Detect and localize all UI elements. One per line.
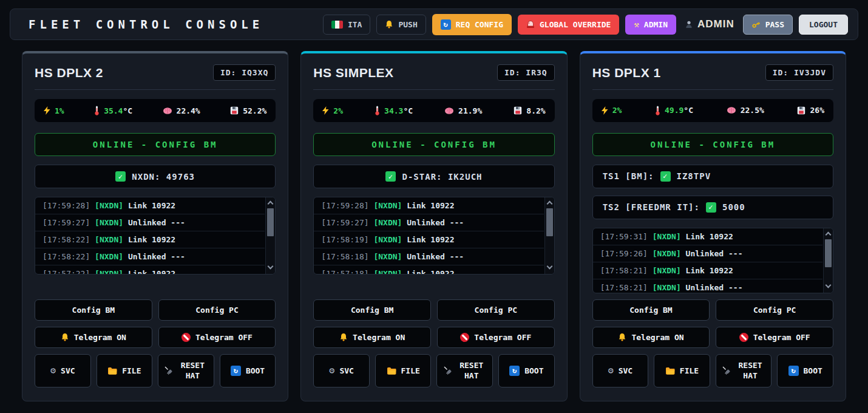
push-button[interactable]: PUSH <box>376 15 426 35</box>
log-timestamp: [17:58:18] <box>321 252 368 261</box>
lightning-icon <box>322 106 329 115</box>
svc-button[interactable]: ⚙ SVC <box>35 354 91 387</box>
network-value: D-STAR: IK2UCH <box>402 172 482 182</box>
log-scrollbar[interactable] <box>544 197 554 274</box>
hotspot-card-hs-dplx-1: HS DPLX 1 ID: IV3JDV 2% 49.9°C 22.5% 26%… <box>580 51 846 401</box>
log-timestamp: [17:59:28] <box>321 201 368 210</box>
file-button[interactable]: FILE <box>654 354 710 387</box>
log-protocol-tag: [NXDN] <box>653 266 681 275</box>
scroll-down-icon[interactable] <box>546 264 552 270</box>
logout-button[interactable]: LOGOUT <box>799 15 848 35</box>
log-timestamp: [17:58:22] <box>42 235 90 244</box>
config-bm-button[interactable]: Config BM <box>592 299 710 321</box>
config-pc-button[interactable]: Config PC <box>437 299 555 321</box>
lightning-icon <box>602 106 608 115</box>
thermometer-icon <box>375 106 380 115</box>
log-scrollbar[interactable] <box>823 228 833 293</box>
pass-label: PASS <box>765 20 784 29</box>
divider <box>313 89 554 90</box>
boot-button[interactable]: ↻ BOOT <box>777 354 833 387</box>
scrollbar-thumb[interactable] <box>546 208 553 236</box>
logged-user: ADMIN <box>682 18 737 30</box>
page-title: FLEET CONTROL CONSOLE <box>29 18 263 31</box>
log-timestamp: [17:59:28] <box>42 201 90 210</box>
log-message: Link 10922 <box>128 201 175 210</box>
telegram-on-button[interactable]: Telegram ON <box>592 327 710 348</box>
telegram-off-button[interactable]: Telegram OFF <box>437 327 555 348</box>
file-button[interactable]: FILE <box>375 354 432 387</box>
telegram-off-button[interactable]: Telegram OFF <box>158 327 276 348</box>
network-status-row-ts1: TS1 [BM]: ✓ IZ8TPV <box>592 165 833 188</box>
log-row: [17:58:18] [NXDN] Unlinked --- <box>314 248 543 265</box>
device-id-badge: ID: IR3Q <box>497 64 555 81</box>
scroll-up-icon[interactable] <box>546 201 552 207</box>
bell-icon <box>618 333 626 341</box>
log-protocol-tag: [NXDN] <box>95 218 123 227</box>
scrollbar-thumb[interactable] <box>825 239 832 267</box>
scroll-up-icon[interactable] <box>826 231 832 237</box>
file-button[interactable]: FILE <box>97 354 153 387</box>
log-list: [17:59:28] [NXDN] Link 10922[17:59:27] [… <box>314 197 543 274</box>
device-id-badge: ID: IV3JDV <box>765 64 833 81</box>
log-row: [17:57:18] [NXDN] Link 10922 <box>314 265 543 274</box>
gear-icon: ⚙ <box>608 366 614 375</box>
log-row: [17:58:22] [NXDN] Unlinked --- <box>35 248 265 265</box>
req-config-label: REQ CONFIG <box>456 20 503 29</box>
boot-button[interactable]: ↻ BOOT <box>498 354 555 387</box>
power-stat: 2% <box>602 106 622 115</box>
tools-icon: ⚒ <box>634 20 639 29</box>
card-actions: Config BM Config PC Telegram ON Telegram… <box>313 293 554 387</box>
divider <box>592 89 833 90</box>
log-scrollbar[interactable] <box>265 197 275 274</box>
cpu-stat: 21.9% <box>444 106 482 115</box>
plug-icon <box>722 366 731 375</box>
scrollbar-thumb[interactable] <box>267 208 274 236</box>
config-pc-button[interactable]: Config PC <box>158 299 276 321</box>
gear-icon: ⚙ <box>329 366 334 375</box>
brain-icon <box>727 106 736 114</box>
user-label: ADMIN <box>697 18 734 30</box>
italy-flag-icon <box>331 21 343 29</box>
log-message: Unlinked --- <box>128 252 185 261</box>
log-list: [17:59:28] [NXDN] Link 10922[17:59:27] [… <box>35 197 265 274</box>
status-banner: ONLINE - CONFIG BM <box>313 133 554 156</box>
config-bm-button[interactable]: Config BM <box>313 299 431 321</box>
floppy-disk-icon <box>514 106 522 115</box>
hotspot-card-hs-simplex: HS SIMPLEX ID: IR3Q 2% 34.3°C 21.9% 8.2%… <box>300 51 567 401</box>
network-prefix: TS1 [BM]: <box>603 171 654 181</box>
reset-hat-button[interactable]: RESET HAT <box>158 354 214 387</box>
boot-button[interactable]: ↻ BOOT <box>220 354 276 387</box>
floppy-disk-icon <box>230 106 239 115</box>
push-label: PUSH <box>398 20 417 29</box>
hotspot-card-hs-dplx-2: HS DPLX 2 ID: IQ3XQ 1% 35.4°C 22.4% 52.2… <box>22 51 288 401</box>
global-override-button[interactable]: GLOBAL OVERRIDE <box>518 15 619 35</box>
no-entry-icon <box>460 333 469 342</box>
pass-button[interactable]: PASS <box>743 15 793 35</box>
language-button[interactable]: ITA <box>323 15 370 35</box>
admin-button-label: ADMIN <box>644 20 668 29</box>
svc-button[interactable]: ⚙ SVC <box>592 354 649 387</box>
admin-button[interactable]: ⚒ ADMIN <box>625 15 676 35</box>
svc-button[interactable]: ⚙ SVC <box>313 354 370 387</box>
config-bm-button[interactable]: Config BM <box>35 299 152 321</box>
telegram-off-button[interactable]: Telegram OFF <box>716 327 833 348</box>
brain-icon <box>163 107 172 115</box>
reboot-icon: ↻ <box>231 366 241 376</box>
req-config-button[interactable]: ↻ REQ CONFIG <box>432 14 512 35</box>
telegram-on-button[interactable]: Telegram ON <box>313 327 431 348</box>
log-protocol-tag: [NXDN] <box>373 235 402 244</box>
scroll-down-icon[interactable] <box>268 264 274 270</box>
reset-hat-button[interactable]: RESET HAT <box>436 354 493 387</box>
scroll-up-icon[interactable] <box>268 201 274 207</box>
log-row: [17:57:22] [NXDN] Link 10922 <box>35 265 265 274</box>
reset-hat-button[interactable]: RESET HAT <box>716 354 772 387</box>
gear-icon: ⚙ <box>50 366 56 375</box>
language-label: ITA <box>348 20 362 29</box>
log-protocol-tag: [NXDN] <box>373 201 402 210</box>
scroll-down-icon[interactable] <box>826 282 832 288</box>
folder-icon <box>665 367 675 375</box>
config-pc-button[interactable]: Config PC <box>716 299 833 321</box>
card-title: HS SIMPLEX <box>313 66 393 80</box>
telegram-on-button[interactable]: Telegram ON <box>35 327 152 348</box>
log-message: Link 10922 <box>686 266 733 275</box>
